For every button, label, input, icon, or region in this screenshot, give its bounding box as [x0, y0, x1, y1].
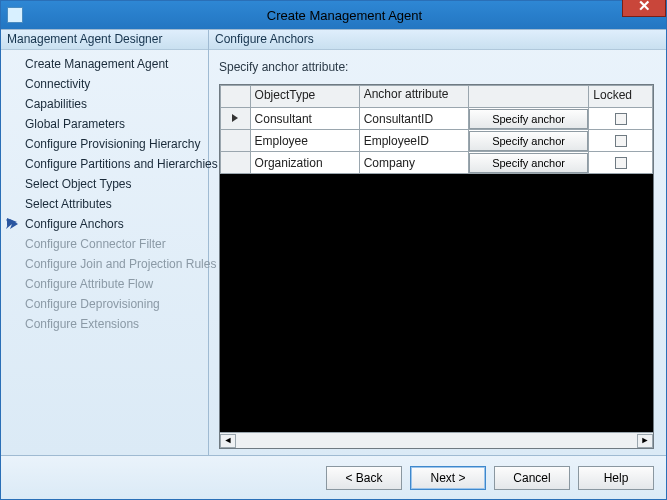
step-label: Configure Deprovisioning	[25, 297, 160, 311]
locked-checkbox[interactable]	[615, 113, 627, 125]
step-label: Configure Attribute Flow	[25, 277, 153, 291]
anchor-grid-wrap: ObjectType Anchor attribute Locked Consu…	[219, 84, 654, 449]
step-configure-provisioning-hierarchy[interactable]: Configure Provisioning Hierarchy	[3, 134, 206, 154]
step-label: Capabilities	[25, 97, 87, 111]
help-button[interactable]: Help	[578, 466, 654, 490]
specify-anchor-button[interactable]: Specify anchor	[469, 153, 589, 173]
current-step-arrow-icon	[6, 217, 18, 233]
step-configure-extensions: Configure Extensions	[3, 314, 206, 334]
row-selector[interactable]	[221, 108, 251, 130]
grid-header-row: ObjectType Anchor attribute Locked	[221, 86, 653, 108]
dialog-body: Management Agent Designer Create Managem…	[1, 29, 666, 455]
step-label: Configure Extensions	[25, 317, 139, 331]
step-configure-anchors[interactable]: Configure Anchors	[3, 214, 206, 234]
step-global-parameters[interactable]: Global Parameters	[3, 114, 206, 134]
app-icon	[7, 7, 23, 23]
step-configure-connector-filter: Configure Connector Filter	[3, 234, 206, 254]
step-configure-join-and-projection-rules: Configure Join and Projection Rules	[3, 254, 206, 274]
table-row[interactable]: OrganizationCompanySpecify anchor	[221, 152, 653, 174]
step-select-attributes[interactable]: Select Attributes	[3, 194, 206, 214]
col-objecttype[interactable]: ObjectType	[250, 86, 359, 108]
step-label: Select Attributes	[25, 197, 112, 211]
col-anchorattr[interactable]: Anchor attribute	[359, 86, 468, 108]
cell-objecttype[interactable]: Employee	[250, 130, 359, 152]
window-title: Create Management Agent	[23, 8, 666, 23]
close-button[interactable]: ✕	[622, 0, 666, 17]
step-label: Create Management Agent	[25, 57, 168, 71]
cell-locked[interactable]	[589, 108, 653, 130]
current-row-icon	[230, 113, 240, 123]
step-configure-attribute-flow: Configure Attribute Flow	[3, 274, 206, 294]
wizard-window: Create Management Agent ✕ Management Age…	[0, 0, 667, 500]
main-header: Configure Anchors	[209, 30, 666, 50]
table-row[interactable]: ConsultantConsultantIDSpecify anchor	[221, 108, 653, 130]
sidebar-header: Management Agent Designer	[1, 30, 208, 50]
table-row[interactable]: EmployeeEmployeeIDSpecify anchor	[221, 130, 653, 152]
cell-locked[interactable]	[589, 152, 653, 174]
anchor-grid[interactable]: ObjectType Anchor attribute Locked Consu…	[220, 85, 653, 174]
step-label: Configure Connector Filter	[25, 237, 166, 251]
instruction-label: Specify anchor attribute:	[219, 60, 654, 74]
step-create-management-agent[interactable]: Create Management Agent	[3, 54, 206, 74]
step-label: Configure Join and Projection Rules	[25, 257, 216, 271]
specify-anchor-button[interactable]: Specify anchor	[469, 109, 589, 129]
step-configure-partitions-and-hierarchies[interactable]: Configure Partitions and Hierarchies	[3, 154, 206, 174]
step-label: Configure Anchors	[25, 217, 124, 231]
cell-objecttype[interactable]: Consultant	[250, 108, 359, 130]
col-locked[interactable]: Locked	[589, 86, 653, 108]
step-label: Configure Provisioning Hierarchy	[25, 137, 200, 151]
next-button[interactable]: Next >	[410, 466, 486, 490]
cell-anchorattr[interactable]: EmployeeID	[359, 130, 468, 152]
grid-empty-area	[220, 174, 653, 432]
cell-anchorattr[interactable]: ConsultantID	[359, 108, 468, 130]
titlebar: Create Management Agent ✕	[1, 1, 666, 29]
col-action	[468, 86, 589, 108]
cell-anchorattr[interactable]: Company	[359, 152, 468, 174]
scroll-right-icon[interactable]: ►	[637, 434, 653, 448]
footer: < Back Next > Cancel Help	[1, 455, 666, 499]
row-header-blank	[221, 86, 251, 108]
cell-locked[interactable]	[589, 130, 653, 152]
horizontal-scrollbar[interactable]: ◄ ►	[220, 432, 653, 448]
back-button[interactable]: < Back	[326, 466, 402, 490]
main-panel: Configure Anchors Specify anchor attribu…	[209, 30, 666, 455]
row-selector[interactable]	[221, 152, 251, 174]
row-selector[interactable]	[221, 130, 251, 152]
cell-action: Specify anchor	[468, 108, 589, 130]
step-label: Global Parameters	[25, 117, 125, 131]
locked-checkbox[interactable]	[615, 135, 627, 147]
step-capabilities[interactable]: Capabilities	[3, 94, 206, 114]
cancel-button[interactable]: Cancel	[494, 466, 570, 490]
sidebar: Management Agent Designer Create Managem…	[1, 30, 209, 455]
cell-action: Specify anchor	[468, 152, 589, 174]
cell-action: Specify anchor	[468, 130, 589, 152]
scroll-left-icon[interactable]: ◄	[220, 434, 236, 448]
step-label: Connectivity	[25, 77, 90, 91]
step-select-object-types[interactable]: Select Object Types	[3, 174, 206, 194]
step-connectivity[interactable]: Connectivity	[3, 74, 206, 94]
step-label: Configure Partitions and Hierarchies	[25, 157, 218, 171]
step-list: Create Management AgentConnectivityCapab…	[1, 50, 208, 338]
step-label: Select Object Types	[25, 177, 132, 191]
locked-checkbox[interactable]	[615, 157, 627, 169]
cell-objecttype[interactable]: Organization	[250, 152, 359, 174]
specify-anchor-button[interactable]: Specify anchor	[469, 131, 589, 151]
step-configure-deprovisioning: Configure Deprovisioning	[3, 294, 206, 314]
content-area: Specify anchor attribute:	[209, 50, 666, 455]
